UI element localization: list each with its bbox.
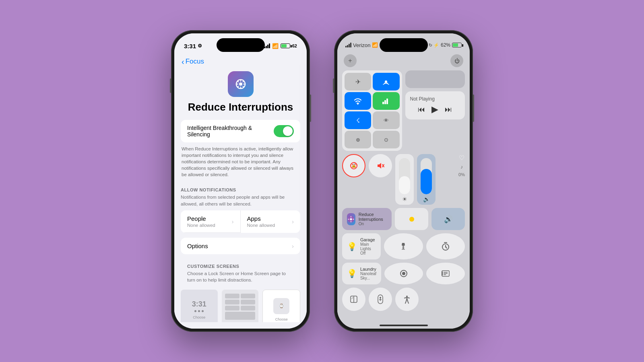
dark-mode-button[interactable] (342, 288, 365, 311)
volume-icon: 🔊 (423, 196, 430, 202)
lock-rotation-button[interactable]: 🔒 (342, 154, 365, 177)
brightness-icon: ☀ (402, 196, 407, 202)
laundry-bulb-icon: 💡 (347, 269, 357, 278)
options-group: Options › (181, 238, 300, 254)
volume-slider[interactable]: 🔊 (417, 154, 436, 205)
back-button[interactable]: ‹ Focus (182, 58, 204, 66)
news-button[interactable] (426, 263, 465, 284)
laundry-label: Laundry (360, 267, 376, 272)
media-prev-button[interactable]: ⏮ (418, 105, 425, 114)
signal-icon (264, 43, 270, 48)
svg-point-13 (350, 218, 352, 220)
allow-desc: Notifications from selected people and a… (174, 194, 307, 210)
media-next-button[interactable]: ⏭ (445, 105, 452, 114)
screen-record-button[interactable] (384, 263, 423, 284)
svg-point-28 (406, 296, 408, 297)
laundry-tile[interactable]: 💡 Laundry Nanoleaf Sky... (342, 263, 381, 284)
yellow-dot-tile[interactable] (395, 208, 428, 230)
options-label: Options (187, 243, 208, 249)
people-apps-group: People None allowed › Apps None allowed (181, 210, 300, 233)
svg-text:🔒: 🔒 (351, 163, 357, 168)
mock-dots (194, 310, 204, 312)
mute-button[interactable] (369, 154, 392, 177)
svg-rect-5 (384, 100, 386, 104)
screen-content: Reduce Interruptions Intelligent Breakth… (174, 67, 307, 322)
nav-bar: ‹ Focus (174, 54, 307, 67)
dynamic-island-2 (380, 38, 428, 52)
status-time: 3:31 ⚙ (184, 43, 202, 49)
customize-desc: Choose a Lock Screen or Home Screen page… (181, 270, 300, 286)
widget-screen-preview[interactable]: ⌚ Choose (262, 290, 300, 322)
heart-icon: ♡ (459, 154, 464, 162)
toggle-row[interactable]: Intelligent Breakthrough & Silencing (181, 120, 300, 142)
people-chevron-icon: › (232, 218, 234, 225)
focus-extra-2[interactable]: ⊕ (345, 131, 371, 148)
focus-extra-1[interactable]: 👁 (373, 111, 399, 129)
hotspot-button[interactable] (373, 73, 399, 90)
svg-point-1 (239, 82, 242, 86)
battery-icon (281, 43, 290, 48)
cc-status-left: Verizon 📶 (345, 42, 378, 48)
dynamic-island (217, 38, 265, 52)
accessibility-button[interactable] (395, 288, 419, 311)
media-not-playing: Not Playing (410, 96, 460, 102)
laundry-sub: Nanoleaf Sky... (360, 272, 376, 280)
airplane-button[interactable]: ✈ (345, 73, 371, 90)
toggle-thumb (283, 126, 293, 136)
wifi-button[interactable] (345, 92, 371, 110)
remote-button[interactable] (369, 288, 392, 311)
allow-header: ALLOW NOTIFICATIONS (174, 183, 307, 194)
garage-sub: Main Lights Off (360, 242, 376, 255)
svg-point-17 (402, 272, 405, 275)
power-button[interactable]: ⏻ (450, 54, 463, 67)
bluetooth-button[interactable]: ☇ (345, 111, 371, 129)
apps-row[interactable]: Apps None allowed › (241, 210, 301, 233)
apps-sub: None allowed (247, 223, 275, 228)
media-play-button[interactable]: ▶ (431, 104, 438, 115)
garage-bulb-icon: 💡 (347, 242, 357, 251)
focus-status: On (359, 222, 387, 226)
mock-time: 3:31 (192, 300, 206, 309)
home-indicator (380, 325, 428, 326)
allow-notifications-section: ALLOW NOTIFICATIONS Notifications from s… (174, 183, 307, 254)
cellular-button[interactable] (373, 92, 399, 110)
home-screen-preview[interactable]: Choose (222, 290, 259, 322)
volume-track (421, 158, 432, 194)
focus-extra-3[interactable]: ⊙ (373, 131, 399, 148)
svg-rect-4 (382, 102, 384, 104)
volume-tile-icon: 🔊 (444, 215, 453, 224)
status-right: 📶 62 (264, 43, 297, 49)
cc-row-3: Reduce Interruptions On 🔊 (337, 208, 470, 230)
torch-button[interactable] (384, 233, 423, 259)
garage-tile[interactable]: 💡 Garage Main Lights Off (342, 233, 381, 259)
options-row[interactable]: Options › (181, 238, 300, 254)
timer-button[interactable] (426, 233, 465, 259)
display-tile[interactable] (405, 70, 465, 88)
volume-tile[interactable]: 🔊 (431, 208, 465, 230)
add-button[interactable]: + (344, 54, 357, 67)
screen-title: Reduce Interruptions (174, 99, 307, 120)
volume-pct: 0% (458, 172, 465, 177)
svg-point-3 (357, 104, 359, 105)
app-icon (228, 71, 254, 97)
customize-images: 3:31 Choose (181, 290, 300, 322)
toggle-section: Intelligent Breakthrough & Silencing Whe… (181, 120, 300, 178)
focus-tile[interactable]: Reduce Interruptions On (342, 208, 392, 230)
toggle-switch[interactable] (274, 125, 294, 137)
cc-top-controls: + ⏻ (337, 54, 470, 70)
people-row[interactable]: People None allowed › (181, 210, 241, 233)
watch-icon: ⌚ (273, 298, 289, 314)
focus-tile-icon (347, 213, 355, 225)
cc-wifi-icon: 📶 (372, 42, 378, 48)
battery-percent: 62 (292, 43, 297, 48)
svg-rect-6 (386, 99, 388, 104)
brightness-slider[interactable]: ☀ (395, 154, 414, 205)
cc-battery-icon (452, 43, 462, 47)
media-sliders-col: Not Playing ⏮ ▶ ⏭ (405, 70, 465, 151)
apps-chevron-icon: › (292, 218, 294, 225)
phone-settings: 3:31 ⚙ 📶 62 (171, 30, 310, 332)
cc-screen: Verizon 📶 ⏰ ↻ ⚡ 62% + ⏻ (337, 33, 470, 329)
people-label: People (187, 215, 215, 222)
people-sub: None allowed (187, 223, 215, 228)
lock-screen-preview[interactable]: 3:31 Choose (181, 290, 218, 322)
